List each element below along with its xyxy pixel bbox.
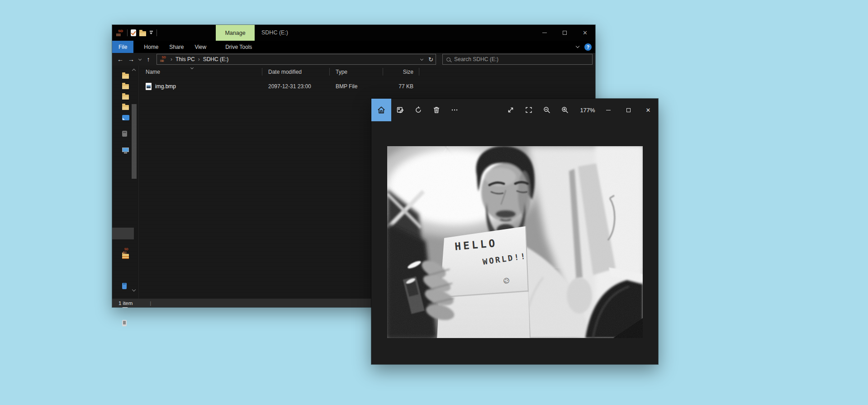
webcam-photo: HELLO WORLD!! ☺ [387, 146, 643, 338]
tab-share[interactable]: Share [164, 41, 189, 53]
file-size: 77 KB [383, 83, 419, 90]
nav-usb-drive-icon[interactable] [122, 283, 127, 289]
qat-dropdown-icon[interactable] [149, 31, 153, 35]
nav-folder-icon[interactable] [122, 105, 129, 110]
refresh-icon[interactable]: ↻ [428, 56, 433, 63]
fit-to-window-button[interactable] [520, 99, 538, 121]
nav-selected-drive-icon[interactable] [122, 115, 129, 120]
tab-view[interactable]: View [189, 41, 212, 53]
zoom-out-icon [543, 106, 551, 114]
scroll-down-icon[interactable] [132, 288, 136, 291]
trash-icon [432, 106, 441, 114]
rotate-button[interactable] [409, 99, 427, 121]
column-header-size[interactable]: Size [383, 69, 419, 75]
help-icon[interactable]: ? [584, 43, 592, 51]
back-button[interactable]: ← [115, 56, 126, 63]
file-type: BMP File [329, 83, 383, 90]
sd-card-icon: SD [116, 29, 124, 37]
edit-image-button[interactable] [391, 99, 409, 121]
desktop: SD Manage SDHC (E:) ✕ File Home Share Vi… [0, 0, 868, 405]
recent-locations-chevron-icon[interactable] [137, 59, 143, 60]
zoom-in-icon [561, 106, 569, 114]
collapse-ribbon-chevron-icon[interactable] [576, 44, 579, 48]
breadcrumb-drive[interactable]: SDHC (E:) [203, 56, 229, 62]
sd-card-icon: SD [160, 56, 166, 62]
delete-button[interactable] [427, 99, 446, 121]
see-more-button[interactable] [446, 99, 464, 121]
home-button[interactable] [371, 99, 391, 121]
search-box[interactable] [442, 54, 593, 65]
properties-check-icon[interactable] [131, 29, 136, 36]
breadcrumb-this-pc[interactable]: This PC [175, 56, 195, 62]
separator [127, 29, 128, 36]
file-date: 2097-12-31 23:00 [262, 83, 329, 90]
nav-folder-icon[interactable] [122, 84, 129, 89]
nav-folder-icon[interactable] [122, 95, 129, 100]
maximize-icon [626, 108, 631, 112]
bmp-file-icon [146, 83, 152, 90]
scrollbar-thumb[interactable] [132, 104, 137, 179]
up-button[interactable]: ↑ [143, 56, 154, 63]
nav-this-pc-icon[interactable] [122, 148, 129, 152]
edit-image-icon [396, 106, 404, 114]
zoom-in-button[interactable] [556, 99, 574, 121]
search-input[interactable] [454, 56, 588, 62]
maximize-icon [563, 31, 567, 35]
navigation-pane[interactable]: SD [112, 66, 139, 299]
status-divider: | [150, 300, 151, 306]
window-title: SDHC (E:) [261, 25, 288, 41]
manage-contextual-tab[interactable]: Manage [216, 25, 255, 41]
minimize-icon [606, 110, 611, 110]
tab-home[interactable]: Home [138, 41, 164, 53]
ribbon-tab-bar: File Home Share View Drive Tools ? [112, 41, 595, 53]
nav-downloads-folder-icon[interactable] [122, 254, 129, 259]
actual-size-icon [507, 106, 515, 114]
breadcrumb-separator: › [198, 56, 200, 62]
close-button[interactable]: ✕ [638, 99, 658, 121]
minimize-button[interactable] [598, 99, 618, 121]
item-count: 1 item [119, 300, 133, 306]
minimize-icon [542, 33, 547, 33]
explorer-caption-buttons: ✕ [534, 25, 595, 41]
column-headers: Name Date modified Type Size [139, 66, 595, 78]
minimize-button[interactable] [534, 25, 555, 41]
tab-drive-tools[interactable]: Drive Tools [219, 41, 258, 53]
rotate-icon [414, 106, 422, 114]
column-header-type[interactable]: Type [329, 69, 383, 75]
zoom-level[interactable]: 177% [578, 107, 598, 114]
photo-canvas[interactable]: HELLO WORLD!! ☺ [387, 146, 643, 338]
actual-size-button[interactable] [502, 99, 520, 121]
photos-caption-buttons: ✕ [598, 99, 658, 121]
close-button[interactable]: ✕ [575, 25, 595, 41]
column-header-date[interactable]: Date modified [262, 69, 329, 75]
explorer-titlebar[interactable]: SD Manage SDHC (E:) ✕ [112, 25, 595, 41]
home-icon [377, 105, 386, 114]
photos-toolbar: 177% ✕ [371, 99, 658, 121]
file-name: img.bmp [155, 83, 176, 90]
nav-folder-icon[interactable] [122, 74, 129, 79]
forward-button[interactable]: → [126, 56, 137, 63]
photos-app-window: 177% ✕ [371, 99, 658, 364]
search-icon [446, 57, 451, 62]
address-bar-row: ← → ↑ SD › This PC › SDHC (E:) ↻ [112, 53, 595, 66]
tab-file[interactable]: File [112, 41, 133, 53]
zoom-out-button[interactable] [538, 99, 556, 121]
nav-phone-icon[interactable] [122, 320, 127, 326]
separator [157, 29, 157, 36]
see-more-dots-icon [451, 106, 459, 114]
new-folder-icon[interactable] [139, 31, 146, 36]
address-dropdown-chevron-icon[interactable] [420, 57, 423, 60]
nav-sd-card-icon[interactable]: SD [123, 248, 129, 254]
fit-to-window-icon [525, 106, 533, 114]
breadcrumb-separator: › [171, 56, 172, 62]
maximize-button[interactable] [555, 25, 575, 41]
scroll-up-icon[interactable] [132, 69, 136, 72]
maximize-button[interactable] [618, 99, 638, 121]
column-header-name[interactable]: Name [139, 69, 262, 75]
close-icon: ✕ [583, 29, 588, 36]
nav-scrollbar[interactable] [131, 66, 137, 299]
table-row[interactable]: img.bmp 2097-12-31 23:00 BMP File 77 KB [139, 80, 595, 93]
address-bar[interactable]: SD › This PC › SDHC (E:) ↻ [157, 54, 436, 65]
close-icon: ✕ [646, 107, 651, 114]
nav-device-icon[interactable] [122, 131, 127, 137]
